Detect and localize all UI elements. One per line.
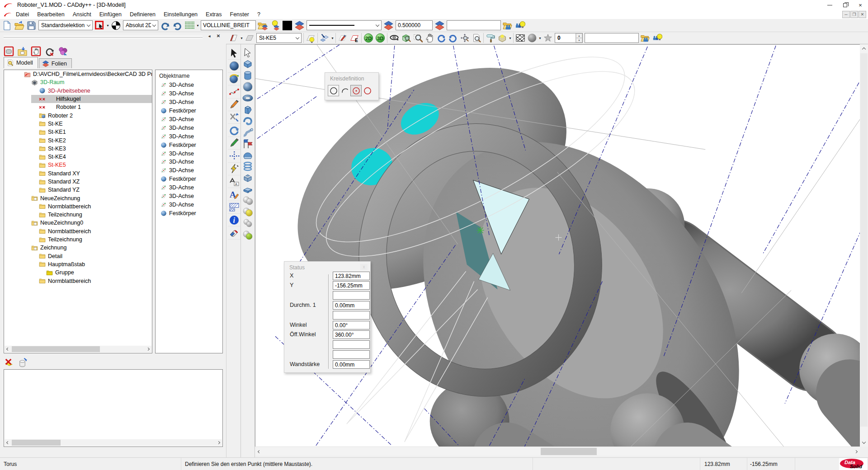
status-field-value[interactable]: 360.00°	[333, 330, 370, 339]
object-row-3d-achse[interactable]: 3D-Achse	[156, 115, 222, 124]
tools-blue-icon[interactable]	[228, 111, 241, 124]
menu-extras[interactable]: Extras	[202, 11, 226, 18]
status-field-value[interactable]: 123.82mm	[333, 272, 370, 280]
tab-folien[interactable]: Folien	[39, 58, 72, 68]
empty-input[interactable]	[447, 20, 501, 30]
orbit-icon[interactable]	[388, 33, 400, 43]
prim-texbox-icon[interactable]	[241, 172, 254, 183]
person-bulb-icon[interactable]	[651, 33, 663, 43]
status-field-value[interactable]: -156.25mm	[333, 281, 370, 290]
scroll-up-button[interactable]	[860, 44, 868, 52]
tree-item-neuezeichnung0[interactable]: NeueZeichnung0	[4, 219, 152, 227]
dock-collapse-button[interactable]: ◂	[206, 33, 212, 38]
restore-button[interactable]	[837, 0, 853, 10]
object-row-3d-achse[interactable]: 3D-Achse	[156, 81, 222, 89]
mdi-restore-button[interactable]: ❐	[850, 11, 858, 18]
plane-e-icon[interactable]: E	[349, 33, 360, 43]
plane-gray-icon[interactable]	[244, 33, 255, 43]
paint-roller-icon[interactable]	[485, 33, 496, 43]
viewport-vscrollbar[interactable]	[860, 44, 868, 446]
status-field-value[interactable]: 0.00mm	[333, 301, 370, 310]
tree-item-3d-raum[interactable]: 3D-Raum	[4, 78, 152, 86]
prim-slab-icon[interactable]	[241, 183, 254, 195]
prim-sweep-icon[interactable]	[241, 127, 254, 138]
tree-item-teilzeichnung[interactable]: Teilzeichnung	[4, 235, 152, 244]
btn-3d-icon[interactable]: 3D	[374, 33, 386, 43]
tree-item-st-ke3[interactable]: St-KE3	[4, 145, 152, 153]
text-a-icon[interactable]: A	[228, 188, 241, 201]
tree-item-teilzeichnung[interactable]: Teilzeichnung	[4, 211, 152, 219]
panel-close-button[interactable]: x	[360, 264, 368, 270]
status-field-value[interactable]: 0.00mm	[333, 360, 370, 369]
object-row-3d-achse[interactable]: 3D-Achse	[156, 183, 222, 192]
tree-item-standard-yz[interactable]: Standard YZ	[4, 186, 152, 194]
object-row-3d-achse[interactable]: 3D-Achse	[156, 158, 222, 166]
minimize-button[interactable]	[822, 0, 837, 10]
object-row-festk-rper[interactable]: Festkörper	[156, 107, 222, 115]
person-bulb-icon[interactable]	[514, 19, 526, 31]
object-row-3d-achse[interactable]: 3D-Achse	[156, 149, 222, 158]
bool-union-icon[interactable]	[241, 195, 254, 206]
prim-hexprism-icon[interactable]	[241, 104, 254, 115]
mdi-close-button[interactable]: ✕	[859, 11, 866, 18]
dock-grip[interactable]	[4, 36, 203, 38]
pointer-black-icon[interactable]	[228, 47, 241, 60]
mdi-minimize-button[interactable]: ─	[842, 11, 850, 18]
workplane-combo[interactable]: St-KE5	[256, 33, 302, 43]
object-row-3d-achse[interactable]: 3D-Achse	[156, 166, 222, 175]
menu-einfgen[interactable]: Einfügen	[95, 11, 126, 18]
plane-pencil-icon[interactable]	[337, 33, 349, 43]
bulb-layers-icon[interactable]	[269, 19, 281, 31]
tree-hscrollbar[interactable]	[5, 346, 151, 352]
object-row-festk-rper[interactable]: Festkörper	[156, 175, 222, 183]
new-document-icon[interactable]	[1, 19, 13, 31]
object-row-3d-achse[interactable]: 3D-Achse	[156, 98, 222, 107]
tree-item-st-ke5[interactable]: St-KE5	[4, 161, 152, 169]
tree-item-normblattbereich[interactable]: Normblattbereich	[4, 202, 152, 211]
undelete-icon[interactable]	[16, 357, 28, 368]
cube-zoom-icon[interactable]	[400, 33, 412, 43]
flags-icon[interactable]	[241, 138, 254, 150]
scroll-down-button[interactable]	[860, 438, 868, 446]
box-light-icon[interactable]	[496, 33, 508, 43]
menu-fenster[interactable]: Fenster	[226, 11, 253, 18]
menu-datei[interactable]: Datei	[12, 11, 33, 18]
tree-item-d-avchd-filme-lernvideos-beckercad-3d-pro-h[interactable]: D:\AVCHD_Filme\Lernvideos\BeckerCAD 3D P…	[4, 70, 152, 78]
vscrollbar-thumb[interactable]	[860, 53, 868, 427]
folder-people-icon[interactable]	[640, 33, 651, 43]
eraser-icon[interactable]	[228, 226, 241, 239]
measure-a-icon[interactable]: A	[228, 175, 241, 188]
viewport-3d[interactable]	[255, 44, 860, 446]
tree-hscrollbar-thumb[interactable]	[12, 346, 100, 352]
save-icon[interactable]	[25, 19, 38, 31]
star-gray-icon[interactable]	[542, 33, 554, 43]
tree-item-roboter-1[interactable]: Roboter 1	[4, 103, 152, 111]
planes-arrow-icon[interactable]	[319, 33, 330, 43]
clear-x-icon[interactable]	[3, 357, 14, 368]
tree-item-standard-xy[interactable]: Standard XY	[4, 169, 152, 178]
plane-bulb-icon[interactable]	[305, 33, 316, 43]
btn-2d-icon[interactable]: 2D	[363, 33, 374, 43]
object-row-3d-achse[interactable]: 3D-Achse	[156, 192, 222, 201]
green-grid-icon[interactable]	[184, 19, 196, 31]
dock-close-button[interactable]: ✕	[215, 33, 222, 38]
hscrollbar-thumb[interactable]	[541, 448, 597, 455]
circle-definition-panel[interactable]: Kreisdefinition	[325, 72, 379, 100]
status-field-value[interactable]	[333, 311, 370, 320]
tree-item-hauptma-stab[interactable]: Hauptmaßstab	[4, 260, 152, 268]
bool-subtract-icon[interactable]	[241, 207, 254, 218]
menu-ansicht[interactable]: Ansicht	[69, 11, 95, 18]
bool-intersect-icon[interactable]	[241, 218, 254, 229]
layers-icon[interactable]	[382, 19, 395, 31]
selection-frame-icon[interactable]	[94, 19, 106, 31]
circle-black-button[interactable]	[328, 85, 339, 96]
status-field-value[interactable]	[333, 350, 370, 359]
folder-people-icon[interactable]	[502, 19, 514, 31]
object-row-3d-achse[interactable]: 3D-Achse	[156, 89, 222, 98]
line-style-combo[interactable]	[307, 20, 382, 30]
circle-red-button[interactable]	[362, 85, 373, 96]
message-hscrollbar[interactable]	[5, 439, 222, 446]
prim-cube-icon[interactable]	[241, 58, 254, 70]
empty-input-2[interactable]	[585, 33, 639, 43]
folder-layers-icon[interactable]	[257, 19, 269, 31]
